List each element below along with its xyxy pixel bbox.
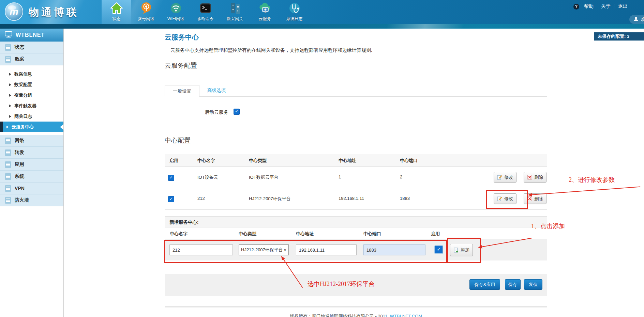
col-enable: 启用 <box>431 231 440 237</box>
help-icon: ? <box>573 4 579 10</box>
sidebar-item-network[interactable]: 网络 <box>0 135 63 147</box>
stethoscope-icon <box>288 1 301 15</box>
footer-divider <box>165 306 547 307</box>
center-table-header: 启用 中心名字 中心类型 中心地址 中心端口 <box>165 154 547 167</box>
sidebar-item-label: 数采配置 <box>14 82 32 88</box>
home-icon <box>110 1 123 15</box>
sidebar-item-cloud-service-center[interactable]: 云服务中心 <box>0 122 63 132</box>
list-icon <box>5 185 11 192</box>
brand-name: 物通博联 <box>29 5 79 19</box>
tab-advanced-options[interactable]: 高级选项 <box>199 85 234 96</box>
sidebar-item-status[interactable]: 状态 <box>0 42 63 53</box>
col-name: 中心名字 <box>197 158 215 164</box>
nav-label: 数采网关 <box>227 16 243 22</box>
sidebar-item-application[interactable]: 应用 <box>0 159 63 171</box>
nav-data-gateway[interactable]: 数采网关 <box>220 0 250 24</box>
row-enable-checkbox[interactable] <box>168 196 174 202</box>
monitor-icon <box>5 31 12 39</box>
caret-right-icon <box>9 105 11 107</box>
nav-status[interactable]: 状态 <box>102 0 131 24</box>
add-center-labels: 中心名字 中心类型 中心地址 中心端口 启用 <box>165 227 547 239</box>
save-button[interactable]: 保存 <box>505 279 521 290</box>
cloud-config-heading: 云服务配置 <box>165 61 197 70</box>
nav-wifi-network[interactable]: WIFI网络 <box>161 0 191 24</box>
delete-button[interactable]: 删除 <box>524 172 546 183</box>
sidebar-item-event-trigger[interactable]: 事件触发器 <box>0 100 63 111</box>
delete-label: 删除 <box>534 174 543 180</box>
row-enable-checkbox[interactable] <box>168 175 174 181</box>
sidebar-item-firewall[interactable]: 防火墙 <box>0 194 63 206</box>
sidebar-item-label: 转发 <box>15 149 24 156</box>
sidebar-item-label: 系统 <box>15 173 24 179</box>
col-enable: 启用 <box>169 158 178 164</box>
nav-diagnostic-command[interactable]: 诊断命令 <box>191 0 220 24</box>
sidebar: WTBLNET 状态 数采 数采信息 数采配置 变量分组 <box>0 29 64 317</box>
sidebar-item-label: 网络 <box>15 138 24 144</box>
sidebar-item-label: 应用 <box>15 161 24 168</box>
cell-name: 212 <box>197 196 205 201</box>
nav-label: 拨号网络 <box>138 16 154 22</box>
save-apply-button[interactable]: 保存&应用 <box>469 279 500 290</box>
sidebar-item-label: 数采信息 <box>14 71 32 77</box>
delete-label: 删除 <box>534 196 543 202</box>
divider <box>597 4 598 9</box>
nav-system-log[interactable]: 系统日志 <box>280 0 309 24</box>
nav-label: 系统日志 <box>286 16 303 22</box>
page-description: 云服务中心支持远程管理和监控所有的在线网关和设备，支持远程部署应用程序和边缘计算… <box>170 47 372 53</box>
app-root: m 物通博联 状态 拨号网络 <box>0 0 644 317</box>
about-link[interactable]: 关于 <box>601 3 611 10</box>
copyright-link[interactable]: WTBLNET.COM <box>390 314 422 317</box>
page-title: 云服务中心 <box>165 33 199 42</box>
highlight-rect-add <box>447 238 481 263</box>
enable-cloud-checkbox[interactable] <box>234 109 240 115</box>
col-addr: 中心地址 <box>339 158 356 164</box>
list-icon <box>5 197 11 204</box>
sidebar-item-data-config[interactable]: 数采配置 <box>0 79 63 90</box>
annotation-arrow-edit <box>531 187 640 195</box>
highlight-rect-edit <box>486 190 528 209</box>
list-icon <box>5 149 11 156</box>
sidebar-item-label: 变量分组 <box>14 92 32 98</box>
sidebar-item-data-info[interactable]: 数采信息 <box>0 69 63 79</box>
user-icon <box>633 16 639 22</box>
sidebar-item-system[interactable]: 系统 <box>0 171 63 183</box>
cell-addr: 192.168.1.11 <box>339 196 364 201</box>
annotation-select-hint: 选中HJ212-2017环保平台 <box>308 280 375 288</box>
sidebar-item-variable-group[interactable]: 变量分组 <box>0 90 63 100</box>
edit-pencil-icon <box>497 175 502 180</box>
main-content: 未保存的配置: 3 云服务中心 云服务中心支持远程管理和监控所有的在线网关和设备… <box>64 29 644 317</box>
top-utility-links: ? 帮助 关于 退出 <box>573 3 628 10</box>
sidebar-item-gateway-log[interactable]: 网关日志 <box>0 111 63 122</box>
welcome-pill: 欢迎您 <box>629 15 644 24</box>
nav-cloud-service[interactable]: 云服务 <box>250 0 280 24</box>
nav-label: 诊断命令 <box>197 16 214 22</box>
cloud-icon <box>258 1 272 15</box>
center-config-heading: 中心配置 <box>165 136 191 145</box>
list-icon <box>5 56 11 63</box>
caret-right-icon <box>9 73 11 76</box>
logout-link[interactable]: 退出 <box>618 3 628 10</box>
caret-right-icon <box>9 83 11 86</box>
nav-dialup-network[interactable]: 拨号网络 <box>131 0 161 24</box>
caret-right-icon <box>9 115 11 118</box>
reset-button[interactable]: 复位 <box>524 279 542 290</box>
edit-button[interactable]: 修改 <box>494 172 516 183</box>
sidebar-item-data-acquisition[interactable]: 数采 <box>0 53 63 65</box>
help-link[interactable]: 帮助 <box>584 3 594 10</box>
sidebar-item-forwarding[interactable]: 转发 <box>0 147 63 159</box>
welcome-text: 欢迎您 <box>641 16 644 22</box>
col-name: 中心名字 <box>170 231 188 237</box>
sidebar-item-label: 数采 <box>15 56 24 62</box>
brand-logo: m 物通博联 <box>4 2 79 23</box>
logo-globe-icon: m <box>4 2 24 23</box>
col-type: 中心类型 <box>249 158 267 164</box>
top-banner: m 物通博联 状态 拨号网络 <box>0 0 644 24</box>
col-type: 中心类型 <box>239 231 256 237</box>
divider <box>614 4 615 9</box>
sidebar-subgroup: 数采信息 数采配置 变量分组 事件触发器 网关日志 云服务中心 <box>0 65 63 135</box>
cell-port: 1883 <box>400 196 410 201</box>
cell-name: IOT设备云 <box>197 174 218 180</box>
sidebar-item-vpn[interactable]: VPN <box>0 183 63 194</box>
tab-general-settings[interactable]: 一般设置 <box>165 85 199 97</box>
unsaved-config-badge[interactable]: 未保存的配置: 3 <box>594 32 644 41</box>
